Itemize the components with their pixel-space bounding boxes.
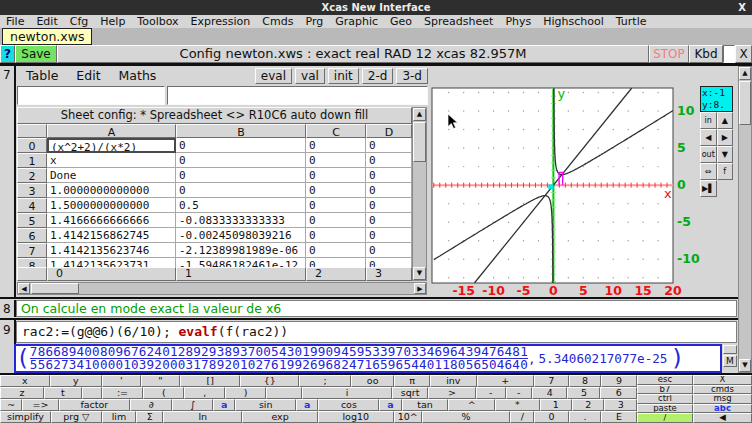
key-a[interactable]: a bbox=[379, 399, 401, 411]
key-∫[interactable]: ∫ bbox=[172, 399, 213, 411]
cell[interactable]: 0 bbox=[366, 243, 412, 258]
save-button[interactable]: Save bbox=[15, 45, 57, 63]
sheet-cell-input[interactable] bbox=[17, 86, 165, 105]
cell[interactable]: -0.0833333333333 bbox=[176, 213, 306, 228]
sheet-button-2-d[interactable]: 2-d bbox=[362, 68, 394, 84]
key-Σ[interactable]: Σ bbox=[136, 411, 163, 423]
menu-spreadsheet[interactable]: Spreadsheet bbox=[418, 15, 499, 28]
menu-graphic[interactable]: Graphic bbox=[329, 15, 384, 28]
menu-turtle[interactable]: Turtle bbox=[610, 15, 653, 28]
menu-cfg[interactable]: Cfg bbox=[64, 15, 95, 28]
graph-button-out[interactable]: out bbox=[700, 146, 717, 163]
menu-cmds[interactable]: Cmds bbox=[256, 15, 299, 28]
kbd-toggle-button[interactable]: Kbd bbox=[689, 45, 723, 63]
cell[interactable]: 0 bbox=[176, 153, 306, 168]
scroll-up-icon[interactable]: ▲ bbox=[413, 108, 426, 121]
column-header[interactable]: A bbox=[47, 124, 176, 138]
cell[interactable]: 1.5000000000000 bbox=[47, 198, 176, 213]
level-8-number[interactable]: 8 bbox=[3, 302, 11, 316]
cell[interactable]: 0 bbox=[306, 138, 366, 153]
menu-prg[interactable]: Prg bbox=[299, 15, 329, 28]
key-E[interactable]: E bbox=[601, 411, 637, 423]
key-sqrt[interactable]: sqrt bbox=[392, 387, 428, 399]
key-simplify[interactable]: simplify bbox=[0, 411, 51, 423]
cell[interactable]: 1.0000000000000 bbox=[47, 183, 176, 198]
sheet-command-input[interactable] bbox=[167, 86, 428, 105]
key-log10[interactable]: log10 bbox=[318, 411, 394, 423]
key-paste[interactable]: paste bbox=[637, 404, 693, 414]
corner-cell[interactable] bbox=[17, 124, 47, 138]
cell[interactable]: 0 bbox=[366, 183, 412, 198]
output-menu-button[interactable]: M bbox=[723, 355, 737, 367]
scroll-down-icon[interactable]: ▼ bbox=[739, 359, 751, 372]
key-ln[interactable]: ln bbox=[163, 411, 242, 423]
key-esc[interactable]: esc bbox=[637, 375, 693, 385]
sheet-button-init[interactable]: init bbox=[328, 68, 359, 84]
key-9[interactable]: 9 bbox=[601, 375, 637, 387]
scroll-thumb[interactable] bbox=[739, 81, 751, 125]
key-factor[interactable]: factor bbox=[59, 399, 130, 411]
key-%[interactable]: % bbox=[422, 411, 511, 423]
cell[interactable]: 0 bbox=[366, 138, 412, 153]
key-/[interactable]: / bbox=[510, 411, 534, 423]
key-lim[interactable]: lim bbox=[102, 411, 137, 423]
cell[interactable]: 0 bbox=[306, 183, 366, 198]
key-blank[interactable] bbox=[266, 387, 302, 399]
graph-button-◀[interactable]: ◀ bbox=[700, 129, 717, 146]
key-b7[interactable]: b7 bbox=[637, 385, 693, 395]
config-button[interactable]: Config newton.xws : exact real RAD 12 xc… bbox=[57, 45, 649, 63]
cell[interactable]: 1.4166666666666 bbox=[47, 213, 176, 228]
result-output[interactable]: ( 78668940080967624012892938937005430199… bbox=[14, 344, 722, 373]
key-'[interactable]: ' bbox=[102, 375, 141, 387]
graph-button-▶▌[interactable]: ▶▌ bbox=[700, 180, 717, 197]
key-:=[interactable]: := bbox=[102, 387, 144, 399]
cell[interactable]: 1.4142156862745 bbox=[47, 228, 176, 243]
cell[interactable]: 0 bbox=[306, 228, 366, 243]
comment-line[interactable]: On calcule en mode exact la valeur de x6 bbox=[16, 300, 737, 317]
key-inv[interactable]: inv bbox=[430, 375, 477, 387]
key--[interactable]: - bbox=[506, 387, 532, 399]
row-header[interactable]: 0 bbox=[17, 138, 47, 153]
key-10^[interactable]: 10^ bbox=[394, 411, 422, 423]
sheet-vertical-scrollbar[interactable]: ▲ ▼ bbox=[412, 107, 427, 281]
column-header[interactable]: C bbox=[306, 124, 366, 138]
level-7-number[interactable]: 7 bbox=[3, 68, 11, 82]
key-i[interactable]: i bbox=[302, 387, 391, 399]
key-=>[interactable]: => bbox=[22, 399, 59, 411]
row-header[interactable]: 2 bbox=[17, 168, 47, 183]
session-vertical-scrollbar[interactable]: ▲ ▼ bbox=[738, 66, 752, 373]
key-◀[interactable]: ◀ bbox=[693, 413, 752, 423]
graph-button-▶[interactable]: ▶ bbox=[717, 129, 734, 146]
column-header[interactable]: B bbox=[176, 124, 306, 138]
corner-cell[interactable] bbox=[17, 267, 47, 281]
key-∕[interactable]: ∕ bbox=[637, 413, 693, 423]
sheet-button-eval[interactable]: eval bbox=[255, 68, 292, 84]
sheet-menu-edit[interactable]: Edit bbox=[67, 68, 109, 83]
cell[interactable]: 0 bbox=[306, 258, 366, 267]
key--[interactable]: - bbox=[476, 387, 506, 399]
menu-expression[interactable]: Expression bbox=[185, 15, 257, 28]
key-4[interactable]: 4 bbox=[532, 387, 567, 399]
graph-button-f[interactable]: f bbox=[717, 163, 734, 180]
sheet-menu-table[interactable]: Table bbox=[17, 68, 67, 83]
menu-highschool[interactable]: Highschool bbox=[537, 15, 610, 28]
key-6[interactable]: 6 bbox=[600, 387, 636, 399]
key-a[interactable]: a bbox=[296, 399, 318, 411]
row-header[interactable]: 3 bbox=[17, 183, 47, 198]
session-close-button[interactable]: X bbox=[735, 45, 752, 63]
key-X[interactable]: X bbox=[693, 375, 752, 385]
key-1[interactable]: 1 bbox=[540, 399, 572, 411]
tab-newton-xws[interactable]: newton.xws bbox=[2, 28, 92, 45]
cell[interactable]: x bbox=[47, 153, 176, 168]
scroll-thumb[interactable] bbox=[31, 283, 79, 294]
sheet-menu-maths[interactable]: Maths bbox=[110, 68, 166, 83]
sheet-button-val[interactable]: val bbox=[295, 68, 325, 84]
graph-button-▲[interactable]: ▲ bbox=[717, 112, 734, 129]
column-footer[interactable]: 2 bbox=[306, 267, 366, 281]
cell[interactable]: 1.4142135623746 bbox=[47, 243, 176, 258]
graph-button-▼[interactable]: ▼ bbox=[717, 146, 734, 163]
cell[interactable]: 0 bbox=[306, 243, 366, 258]
level-9-number[interactable]: 9 bbox=[3, 323, 11, 337]
key-π[interactable]: π bbox=[394, 375, 430, 387]
cell[interactable]: 0.5 bbox=[176, 198, 306, 213]
